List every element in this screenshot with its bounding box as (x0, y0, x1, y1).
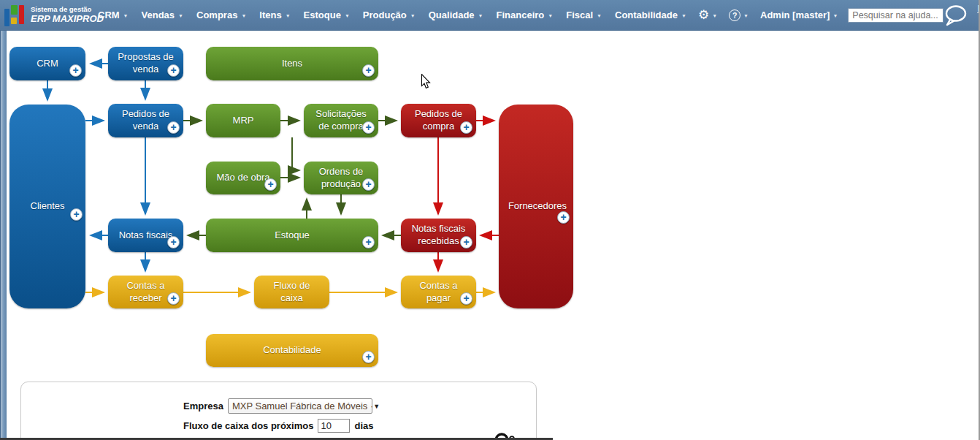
diagram-node-itens[interactable]: Itens+ (206, 47, 378, 80)
chevron-down-icon: ▼ (597, 13, 602, 18)
add-icon[interactable]: + (460, 292, 472, 305)
menu-label: Produção (363, 10, 407, 20)
logo-title: ERP MAXIPROD (31, 14, 104, 24)
chevron-down-icon: ▼ (548, 13, 553, 18)
chevron-down-icon: ▼ (832, 13, 838, 18)
node-label: Clientes (22, 200, 74, 213)
days-input[interactable] (318, 419, 350, 433)
diagram-node-fluxo-caixa[interactable]: Fluxo de caixa (254, 276, 329, 308)
help-search-input[interactable] (848, 8, 943, 23)
chevron-down-icon: ▼ (178, 13, 183, 18)
node-label: Estoque (266, 230, 318, 242)
diagram-node-solicitacoes-compra[interactable]: Solicitações de compra+ (304, 104, 378, 137)
diagram-node-fornecedores[interactable]: Fornecedores+ (499, 105, 573, 308)
main-menu-bar: CRM▼Vendas▼Compras▼Itens▼Estoque▼Produçã… (98, 10, 686, 20)
add-icon[interactable]: + (362, 236, 375, 249)
erp-module-diagram: CRM+Propostas de venda+Itens+Clientes+Pe… (0, 0, 980, 440)
diagram-node-ordens-producao[interactable]: Ordens de produção+ (304, 162, 378, 194)
add-icon[interactable]: + (264, 178, 277, 191)
settings-menu[interactable]: ⚙ ▼ (698, 9, 717, 21)
menu-label: Financeiro (497, 10, 545, 20)
chevron-down-icon: ▼ (123, 13, 129, 18)
menu-label: Estoque (304, 10, 341, 20)
add-icon[interactable]: + (362, 178, 375, 191)
help-menu[interactable]: ? ▼ (729, 10, 749, 21)
diagram-node-pedidos-compra[interactable]: Pedidos de compra+ (401, 104, 476, 137)
add-icon[interactable]: + (167, 236, 180, 249)
add-icon[interactable]: + (167, 64, 180, 77)
menu-vendas[interactable]: Vendas▼ (142, 10, 183, 20)
chevron-down-icon: ▼ (743, 13, 749, 18)
add-icon[interactable]: + (362, 64, 375, 77)
cash-flow-days-label: Fluxo de caixa dos próximos (183, 420, 313, 431)
node-label: Itens (273, 58, 311, 70)
node-label: MRP (224, 115, 263, 127)
dias-label: dias (354, 420, 373, 431)
chevron-down-icon: ▼ (286, 13, 291, 18)
diagram-node-contas-pagar[interactable]: Contas a pagar+ (401, 276, 476, 308)
add-icon[interactable]: + (557, 211, 570, 224)
diagram-node-clientes[interactable]: Clientes+ (9, 105, 85, 308)
menu-label: CRM (98, 10, 120, 20)
menu-fiscal[interactable]: Fiscal▼ (566, 10, 602, 20)
add-icon[interactable]: + (362, 121, 375, 134)
menu-producao[interactable]: Produção▼ (363, 10, 416, 20)
diagram-node-contabilidade[interactable]: Contabilidade+ (206, 334, 378, 367)
menu-label: Itens (259, 10, 281, 20)
admin-menu[interactable]: Admin [master] ▼ (760, 10, 838, 20)
add-icon[interactable]: + (362, 351, 375, 363)
logo-blocks-icon (4, 4, 26, 27)
logo-subtitle: Sistema de gestão (31, 6, 104, 13)
diagram-node-pedidos-venda[interactable]: Pedidos de venda+ (108, 104, 183, 137)
chevron-down-icon: ▼ (681, 13, 686, 18)
diagram-node-notas-fiscais[interactable]: Notas fiscais+ (108, 219, 183, 252)
diagram-node-mrp[interactable]: MRP (206, 104, 280, 137)
empresa-label: Empresa (183, 401, 223, 411)
chevron-down-icon: ▼ (241, 13, 246, 18)
help-icon: ? (729, 10, 740, 21)
left-edge-strip (0, 31, 7, 440)
menu-financeiro[interactable]: Financeiro▼ (497, 10, 554, 20)
add-icon[interactable]: + (460, 121, 472, 134)
empresa-select-value: MXP Samuel Fábrica de Móveis · (232, 401, 373, 411)
node-label: CRM (28, 58, 67, 70)
diagram-node-mao-de-obra[interactable]: Mão de obra+ (206, 162, 280, 194)
diagram-node-crm[interactable]: CRM+ (9, 47, 85, 80)
menu-label: Vendas (142, 10, 175, 20)
menu-label: Contabilidade (615, 10, 678, 20)
chevron-down-icon: ▼ (478, 13, 483, 18)
add-icon[interactable]: + (167, 121, 180, 134)
node-label: Contabilidade (254, 344, 330, 357)
chevron-down-icon: ▼ (410, 13, 416, 18)
add-icon[interactable]: + (70, 208, 83, 221)
node-label: Fluxo de caixa (254, 280, 329, 305)
chevron-down-icon: ▼ (345, 13, 350, 18)
diagram-node-estoque[interactable]: Estoque+ (206, 219, 378, 252)
empresa-select[interactable]: MXP Samuel Fábrica de Móveis · ▼ (228, 398, 372, 414)
menu-label: Compras (196, 10, 237, 20)
menu-crm[interactable]: CRM▼ (98, 10, 129, 20)
menu-qualidade[interactable]: Qualidade▼ (429, 10, 483, 20)
menu-compras[interactable]: Compras▼ (196, 10, 246, 20)
select-chevron-icon: ▼ (373, 403, 380, 410)
menu-itens[interactable]: Itens▼ (259, 10, 290, 20)
menu-label: Fiscal (566, 10, 593, 20)
diagram-node-contas-receber[interactable]: Contas a receber+ (108, 276, 183, 308)
menu-label: Qualidade (429, 10, 475, 20)
app-logo: Sistema de gestão ERP MAXIPROD (4, 4, 91, 27)
diagram-node-propostas-venda[interactable]: Propostas de venda+ (108, 47, 183, 80)
gear-icon: ⚙ (698, 9, 709, 21)
menu-estoque[interactable]: Estoque▼ (304, 10, 350, 20)
add-icon[interactable]: + (69, 64, 82, 77)
cash-flow-form-panel: Empresa MXP Samuel Fábrica de Móveis · ▼… (20, 382, 537, 440)
top-navbar: Sistema de gestão ERP MAXIPROD CRM▼Venda… (0, 0, 980, 31)
add-icon[interactable]: + (460, 236, 472, 249)
add-icon[interactable]: + (167, 292, 180, 305)
menu-contabilidade[interactable]: Contabilidade▼ (615, 10, 686, 20)
chevron-down-icon: ▼ (712, 13, 717, 18)
chat-bubble-icon[interactable] (943, 4, 968, 26)
diagram-node-notas-fiscais-recebidas[interactable]: Notas fiscais recebidas+ (401, 219, 476, 252)
admin-menu-label: Admin [master] (760, 10, 830, 20)
